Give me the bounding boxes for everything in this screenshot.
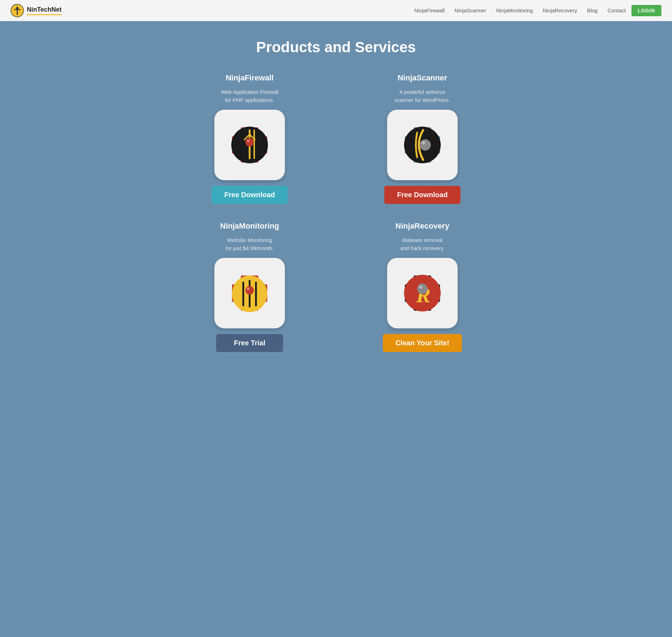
nav-link-monitoring[interactable]: NinjaMonitoring — [496, 7, 533, 13]
svg-point-17 — [422, 141, 425, 145]
product-card-monitoring: NinjaMonitoring Website Monitoringfor ju… — [177, 222, 322, 352]
product-icon-recovery: R — [387, 258, 458, 328]
product-icon-firewall — [214, 110, 285, 180]
firewall-icon-svg — [221, 117, 278, 173]
svg-point-25 — [247, 287, 250, 290]
product-name-recovery: NinjaRecovery — [396, 222, 450, 231]
product-icon-scanner — [387, 110, 458, 180]
svg-point-24 — [245, 286, 254, 295]
main-content: Products and Services NinjaFirewall Web … — [0, 21, 672, 637]
monitoring-trial-button[interactable]: Free Trial — [216, 334, 283, 352]
nav-link-firewall[interactable]: NinjaFirewall — [414, 7, 445, 13]
login-button[interactable]: LOGIN — [631, 5, 661, 16]
brand-name: NinTechNet — [27, 6, 62, 15]
product-desc-recovery: Malware removaland hack recovery. — [400, 236, 445, 252]
svg-point-31 — [419, 285, 422, 289]
nav-link-blog[interactable]: Blog — [587, 7, 598, 13]
product-desc-monitoring: Website Monitoringfor just $4.99/month. — [226, 236, 274, 252]
product-card-recovery: NinjaRecovery Malware removaland hack re… — [350, 222, 495, 352]
scanner-download-button[interactable]: Free Download — [384, 186, 460, 204]
recovery-icon-svg: R — [394, 265, 451, 321]
svg-point-11 — [245, 138, 254, 146]
navbar: NinTechNet NinjaFirewall NinjaScanner Ni… — [0, 0, 672, 21]
product-icon-monitoring — [214, 258, 285, 328]
svg-point-12 — [247, 139, 250, 142]
page-title: Products and Services — [7, 39, 665, 56]
nav-link-contact[interactable]: Contact — [607, 7, 626, 13]
products-grid: NinjaFirewall Web Application Firewallfo… — [177, 73, 495, 352]
scanner-icon-svg — [394, 117, 451, 173]
nav-link-recovery[interactable]: NinjaRecovery — [543, 7, 577, 13]
svg-point-3 — [16, 7, 19, 10]
firewall-download-button[interactable]: Free Download — [212, 186, 287, 204]
product-name-scanner: NinjaScanner — [398, 73, 447, 83]
product-name-monitoring: NinjaMonitoring — [220, 222, 279, 231]
recovery-clean-button[interactable]: Clean Your Site! — [383, 334, 462, 352]
svg-point-30 — [417, 284, 428, 294]
nav-links: NinjaFirewall NinjaScanner NinjaMonitori… — [414, 7, 625, 14]
product-name-firewall: NinjaFirewall — [226, 73, 274, 83]
brand-logo[interactable]: NinTechNet — [11, 4, 62, 17]
product-card-firewall: NinjaFirewall Web Application Firewallfo… — [177, 73, 322, 204]
svg-point-16 — [420, 139, 431, 151]
nav-link-scanner[interactable]: NinjaScanner — [454, 7, 486, 13]
product-desc-firewall: Web Application Firewallfor PHP applicat… — [221, 88, 278, 104]
logo-icon — [11, 4, 24, 17]
product-desc-scanner: A powerful antivirusscanner for WordPres… — [395, 88, 450, 104]
monitoring-icon-svg — [221, 265, 278, 321]
product-card-scanner: NinjaScanner A powerful antivirusscanner… — [350, 73, 495, 204]
